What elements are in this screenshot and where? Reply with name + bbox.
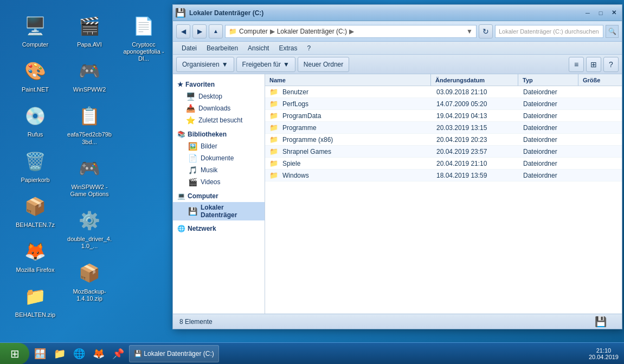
desktop-icon-doubledriver[interactable]: ⚙️ double_driver_4.1.0_... [65, 205, 114, 252]
desktop-icon-rufus[interactable]: 💿 Rufus [11, 101, 60, 140]
behalten7z-icon: 📦 [22, 193, 48, 219]
col-header-size[interactable]: Größe [578, 77, 622, 83]
minimize-button[interactable]: ─ [582, 8, 594, 18]
behaltenzip-icon: 📁 [22, 283, 48, 309]
desktop-icon-winspww2[interactable]: 🎮 WinSPWW2 [65, 56, 114, 95]
desktop-icon-computer[interactable]: 🖥️ Computer [11, 11, 60, 50]
organize-button[interactable]: Organisieren ▼ [176, 57, 234, 72]
menu-bearbeiten[interactable]: Bearbeiten [202, 43, 242, 53]
favorites-header[interactable]: ★ Favoriten [173, 79, 265, 90]
new-folder-button[interactable]: Neuer Ordner [298, 57, 349, 72]
desktop-icon-firefox[interactable]: 🦊 Mozilla Firefox [11, 236, 60, 276]
table-row[interactable]: 📁 Shrapnel Games 20.04.2019 23:57 Dateio… [265, 146, 622, 158]
col-header-name[interactable]: Name [265, 77, 430, 83]
start-button[interactable]: ⊞ [0, 343, 29, 365]
menu-extras[interactable]: Extras [274, 43, 301, 53]
network-nav-icon: 🌐 [177, 225, 185, 232]
desktop-icon-eafa[interactable]: 📋 eafa75ed2cb79b3bd... [65, 101, 114, 147]
table-row[interactable]: 📁 Benutzer 03.09.2018 21:10 Dateiordner [265, 86, 622, 98]
file-list-header: Name Änderungsdatum Typ Größe [265, 74, 622, 86]
firefox-label: Mozilla Firefox [16, 266, 55, 274]
search-bar[interactable]: Lokaler Datenträger (C:) durchsuchen [495, 25, 603, 38]
share-button[interactable]: Freigeben für ▼ [236, 57, 295, 72]
address-bar[interactable]: 📁 Computer ▶ Lokaler Datenträger (C:) ▶ … [225, 25, 477, 38]
file-name-cell: 📁 Shrapnel Games [265, 147, 432, 155]
taskbar-icon-pin[interactable]: 📌 [110, 345, 127, 362]
winspww2game-icon: 🎮 [76, 155, 102, 181]
view-list-button[interactable]: ≡ [569, 57, 584, 72]
search-placeholder: Lokaler Datenträger (C:) durchsuchen [499, 28, 599, 35]
taskbar-time: 21:10 [589, 347, 619, 354]
refresh-button[interactable]: ↻ [479, 24, 493, 38]
table-row[interactable]: 📁 Programme 20.03.2019 13:15 Dateiordner [265, 122, 622, 134]
nav-item-desktop[interactable]: 🖥️ Desktop [173, 90, 265, 102]
taskbar-icon-folder[interactable]: 📁 [51, 345, 68, 362]
taskbar-icon-firefox[interactable]: 🦊 [90, 345, 107, 362]
search-button[interactable]: 🔍 [606, 25, 619, 38]
view-tiles-button[interactable]: ⊞ [586, 57, 601, 72]
libraries-header[interactable]: 📚 Bibliotheken [173, 128, 265, 140]
close-button[interactable]: ✕ [608, 8, 620, 18]
taskbar-icon-globe[interactable]: 🌐 [70, 345, 88, 362]
file-name: PerfLogs [282, 100, 308, 108]
back-button[interactable]: ◀ [176, 24, 190, 38]
table-row[interactable]: 📁 Windows 18.04.2019 13:59 Dateiordner [265, 170, 622, 181]
table-row[interactable]: 📁 Programme (x86) 20.04.2019 20:23 Datei… [265, 134, 622, 146]
table-row[interactable]: 📁 ProgramData 19.04.2019 04:13 Dateiordn… [265, 110, 622, 122]
taskbar-icon-windows[interactable]: 🪟 [31, 345, 49, 362]
desktop-icon-behalten7z[interactable]: 📦 BEHALTEN.7z [11, 191, 60, 231]
nav-item-lokaler-datentraeger[interactable]: 💾 Lokaler Datenträger [173, 202, 265, 220]
desktop-icon-paintnet[interactable]: 🎨 Paint.NET [11, 56, 60, 95]
papaavi-icon: 🎬 [76, 13, 102, 39]
up-button[interactable]: ▲ [209, 24, 223, 38]
winspww2game-label: WinSPWW2 - Game Options [67, 184, 112, 198]
folder-icon: 📁 [269, 88, 278, 96]
col-header-type[interactable]: Typ [518, 77, 578, 83]
taskbar-explorer-item[interactable]: 💾 Lokaler Datenträger (C:) [129, 345, 219, 362]
desktop-icon-recycle[interactable]: 🗑️ Papierkorb [11, 146, 60, 186]
videos-icon: 🎬 [188, 178, 197, 186]
nav-item-musik[interactable]: 🎵 Musik [173, 164, 265, 176]
drive-status-icon: 💾 [595, 316, 607, 328]
paintnet-label: Paint.NET [22, 86, 49, 93]
desktop-icon-winspww2game[interactable]: 🎮 WinSPWW2 - Game Options [65, 153, 114, 200]
computer-icon: 🖥️ [22, 13, 48, 39]
nav-bilder-label: Bilder [201, 142, 217, 150]
title-bar-text: Lokaler Datenträger (C:) [189, 9, 582, 17]
share-dropdown-icon: ▼ [283, 61, 290, 68]
forward-button[interactable]: ▶ [192, 24, 207, 38]
network-header[interactable]: 🌐 Netzwerk [173, 223, 265, 235]
nav-item-videos[interactable]: 🎬 Videos [173, 176, 265, 188]
eafa-icon: 📋 [76, 103, 102, 129]
col-header-date[interactable]: Änderungsdatum [431, 77, 518, 83]
menu-ansicht[interactable]: Ansicht [243, 43, 273, 53]
address-dropdown-button[interactable]: ▼ [466, 28, 473, 35]
maximize-button[interactable]: □ [595, 8, 607, 18]
table-row[interactable]: 📁 PerfLogs 14.07.2009 05:20 Dateiordner [265, 98, 622, 110]
desktop-icon-behaltenzip[interactable]: 📁 BEHALTEN.zip [11, 281, 60, 321]
taskbar-items: 🪟 📁 🌐 🦊 📌 💾 Lokaler Datenträger (C:) [29, 345, 583, 362]
folder-icon: 📁 [269, 147, 278, 155]
nav-item-bilder[interactable]: 🖼️ Bilder [173, 140, 265, 152]
nav-item-downloads[interactable]: 📥 Downloads [173, 102, 265, 114]
computer-nav-icon: 💻 [177, 192, 185, 200]
computer-header[interactable]: 💻 Computer [173, 190, 265, 202]
nav-item-recent[interactable]: ⭐ Zuletzt besucht [173, 114, 265, 126]
favorites-star-icon: ★ [177, 81, 183, 88]
mozbackup-label: MozBackup-1.4.10.zip [67, 288, 112, 302]
menu-help[interactable]: ? [303, 43, 315, 53]
desktop-icon-papaavi[interactable]: 🎬 Papa.AVI [65, 11, 114, 50]
desktop-icon-mozbackup[interactable]: 📦 MozBackup-1.4.10.zip [65, 258, 114, 304]
taskbar-clock: 21:10 20.04.2019 [583, 347, 624, 360]
menu-datei[interactable]: Datei [177, 43, 201, 53]
file-type-cell: Dateiordner [519, 100, 578, 108]
taskbar-explorer-label: 💾 Lokaler Datenträger (C:) [134, 350, 214, 358]
file-name: Programme [282, 124, 317, 132]
desktop-icon-crypto[interactable]: 📄 Cryptocc aponogetifolia -DI... [119, 11, 168, 65]
view-help-button[interactable]: ? [603, 57, 619, 72]
nav-item-dokumente[interactable]: 📄 Dokumente [173, 152, 265, 164]
table-row[interactable]: 📁 Spiele 20.04.2019 21:10 Dateiordner [265, 158, 622, 170]
nav-dokumente-label: Dokumente [201, 154, 234, 162]
folder-icon: 📁 [269, 171, 278, 179]
file-type-cell: Dateiordner [519, 160, 578, 167]
